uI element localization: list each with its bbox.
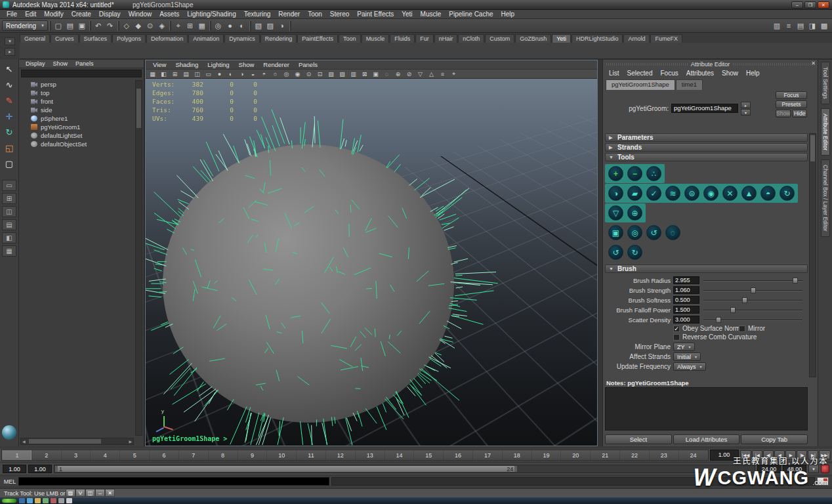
viewport-toolbar-icon[interactable]: ▧ (325, 70, 337, 78)
shelf-tab[interactable]: Yeti (552, 34, 571, 43)
shelf-tab[interactable]: PaintEffects (297, 34, 338, 43)
layout-persp-icon[interactable] (2, 425, 16, 440)
viewport-toolbar-icon[interactable]: ▨ (337, 70, 348, 78)
status-icon[interactable]: ▧ (253, 20, 264, 32)
groom-tool-icon[interactable]: ◑ (608, 186, 623, 201)
groom-tool-icon[interactable]: ⊕ (627, 205, 642, 220)
shelf-tab[interactable]: Animation (188, 34, 224, 43)
playback-button[interactable]: ▶▶| (819, 450, 831, 460)
shelf-selector-icon[interactable]: ▸ (5, 48, 15, 56)
frame-tick[interactable]: 10 (266, 450, 296, 460)
menu-item[interactable]: Toon (304, 10, 326, 18)
obey-surface-normal-checkbox[interactable]: Obey Surface Normal (673, 325, 745, 332)
playback-button[interactable]: |◀ (752, 450, 762, 460)
viewport-toolbar-icon[interactable]: ⌖ (448, 70, 459, 78)
playback-button[interactable]: ◀| (763, 450, 774, 460)
viewport-toolbar-icon[interactable]: ◌ (381, 70, 392, 78)
status-icon[interactable]: ⊙ (144, 20, 156, 32)
panel-divider[interactable] (598, 60, 602, 446)
outliner-item[interactable]: defaultObjectSet (20, 140, 134, 148)
viewport-menu-item[interactable]: Shading (171, 61, 203, 68)
status-icon[interactable] (48, 20, 52, 32)
notes-textarea[interactable] (605, 387, 808, 430)
status-right-icon[interactable]: ▤ (795, 20, 806, 32)
status-icon[interactable]: ▨ (264, 20, 276, 32)
menu-item[interactable]: Window (125, 10, 156, 18)
status-icon[interactable]: ◑ (276, 20, 288, 32)
language-bar-button[interactable]: – (95, 489, 105, 497)
viewport-toolbar-icon[interactable]: ⊡ (314, 70, 325, 78)
viewport-toolbar-icon[interactable]: ⊙ (303, 70, 314, 78)
tool-icon[interactable]: ◱ (1, 140, 17, 156)
scroll-left-icon[interactable]: ◀ (21, 439, 27, 444)
tool-icon[interactable]: ✎ (1, 93, 17, 108)
frame-tick[interactable]: 13 (355, 450, 385, 460)
outliner-item[interactable]: pgYetiGroom1 (20, 123, 134, 131)
tool-icon[interactable]: ∿ (1, 77, 17, 93)
reverse-comb-curvature-checkbox[interactable]: Reverse Comb Curvature (673, 333, 757, 341)
viewport-toolbar-icon[interactable]: ▭ (203, 70, 214, 78)
frame-tick[interactable]: 19 (531, 450, 561, 460)
section-parameters[interactable]: ▶ Parameters (605, 133, 808, 142)
auto-keyframe-icon[interactable] (821, 465, 829, 473)
language-bar-button[interactable]: ◫ (85, 489, 95, 497)
groom-tool-icon[interactable]: ◓ (760, 186, 776, 201)
playback-button[interactable]: ◀ (774, 450, 785, 460)
taskbar-icon[interactable] (43, 498, 49, 503)
hide-button[interactable]: Hide (792, 110, 807, 117)
taskbar-icon[interactable] (66, 498, 72, 503)
status-icon[interactable]: ◐ (236, 20, 248, 32)
menu-item[interactable]: File (3, 10, 21, 18)
dock-tab[interactable]: Attribute Editor (821, 108, 830, 156)
viewport-toolbar-icon[interactable]: ◒ (247, 70, 259, 78)
frame-tick[interactable]: 12 (325, 450, 355, 460)
menu-item[interactable]: Display (95, 10, 125, 18)
status-icon[interactable]: ⌖ (173, 20, 184, 32)
status-icon[interactable]: ↷ (104, 20, 116, 32)
tool-icon[interactable]: ↖ (1, 62, 17, 77)
menu-item[interactable]: Modify (40, 10, 67, 18)
mirror-checkbox[interactable]: Mirror (739, 325, 765, 332)
frame-tick[interactable]: 18 (502, 450, 531, 460)
update-frequency-dropdown[interactable]: Always ▾ (673, 362, 706, 371)
time-slider-track[interactable]: 123456789101112131415161718192021222324 (1, 450, 709, 461)
mirror-plane-dropdown[interactable]: ZY ▾ (673, 343, 695, 351)
outliner-item[interactable]: front (20, 97, 134, 106)
slider-handle[interactable] (716, 317, 721, 323)
attribute-editor-tab[interactable]: pgYetiGroom1Shape (606, 79, 675, 90)
viewport-toolbar-icon[interactable]: ◐ (225, 70, 236, 78)
viewport-toolbar-icon[interactable]: ◫ (192, 70, 203, 78)
viewport-toolbar-icon[interactable]: ⊘ (404, 70, 415, 78)
playback-end-field[interactable]: 24.00 (757, 465, 781, 473)
affect-strands-dropdown[interactable]: Initial ▾ (673, 352, 701, 361)
maximize-button[interactable]: ❐ (804, 1, 816, 9)
shelf-tab[interactable]: General (20, 34, 50, 43)
viewport-toolbar-icon[interactable]: ◓ (259, 70, 270, 78)
menu-item[interactable]: Lighting/Shading (183, 10, 240, 18)
layout-button[interactable]: ⊞ (2, 193, 16, 204)
outliner-menu-item[interactable]: Show (49, 60, 72, 67)
close-icon[interactable]: ✕ (811, 60, 816, 66)
status-icon[interactable]: ◈ (156, 20, 168, 32)
frame-tick[interactable]: 22 (619, 450, 649, 460)
attribute-editor-tab[interactable]: time1 (676, 79, 703, 90)
current-time-marker[interactable] (2, 450, 31, 460)
outliner-horizontal-scrollbar[interactable]: ◀ ▶ (20, 438, 134, 445)
viewport-toolbar-icon[interactable]: ≡ (437, 70, 448, 78)
groom-tool-icon[interactable]: ↺ (646, 225, 661, 240)
language-bar-button[interactable]: V (75, 489, 85, 497)
frame-tick[interactable]: 8 (208, 450, 238, 460)
playback-button[interactable]: |◀◀ (740, 450, 752, 460)
outliner-menu-item[interactable]: Panels (72, 60, 98, 67)
slider-value-field[interactable]: 0.500 (673, 296, 699, 304)
menu-item[interactable]: Muscle (417, 10, 446, 18)
attribute-editor-menu-item[interactable]: Attributes (682, 70, 718, 77)
taskbar-icon[interactable] (58, 498, 64, 503)
groom-tool-icon[interactable]: ◉ (703, 186, 718, 201)
close-button[interactable]: ✕ (818, 1, 829, 9)
groom-tool-icon[interactable]: ▲ (741, 186, 757, 201)
scroll-right-icon[interactable]: ▶ (127, 439, 133, 444)
outliner-item[interactable]: side (20, 106, 134, 114)
mel-toggle[interactable]: MEL (1, 478, 18, 485)
character-set-dropdown[interactable]: ▾ (808, 465, 819, 473)
